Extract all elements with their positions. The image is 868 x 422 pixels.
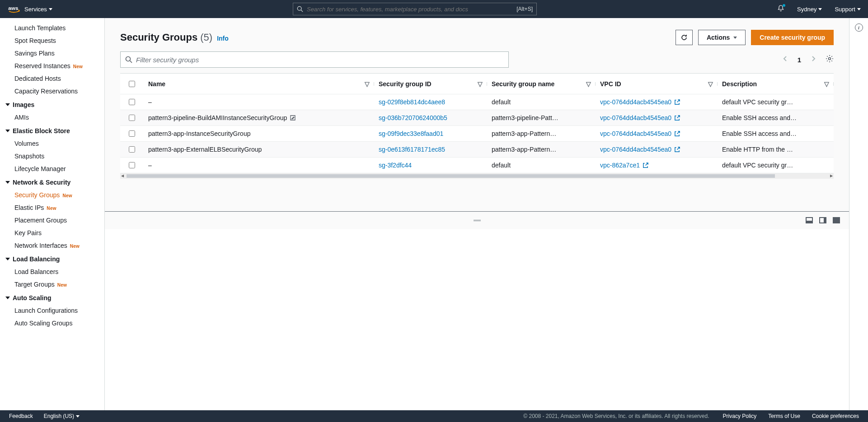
info-rail: i [849,18,868,410]
table-row[interactable]: pattern3-app-ExternalELBSecurityGroupsg-… [120,142,834,158]
sidebar-item[interactable]: AMIs [0,111,104,124]
sidebar-item[interactable]: Elastic IPsNew [0,201,104,214]
sgid-link[interactable]: sg-3f2dfc44 [379,162,412,169]
filter-input[interactable] [136,56,504,64]
vpc-link[interactable]: vpc-0764dd4acb4545ea0 [600,98,671,106]
sidebar-item[interactable]: Savings Plans [0,47,104,60]
triangle-down-icon [5,297,10,299]
edit-icon[interactable] [290,115,296,121]
sidebar-header-label: Network & Security [13,179,70,186]
sidebar-item[interactable]: Load Balancers [0,265,104,278]
language-label: English (US) [44,413,74,419]
global-search[interactable]: [Alt+S] [293,3,537,15]
sidebar-section-header[interactable]: Load Balancing [0,252,104,265]
panel-bottom-button[interactable] [806,217,813,223]
cell-name: pattern3-app-ExternalELBSecurityGroup [144,146,374,153]
sidebar-item-label: Security Groups [14,191,60,199]
sidebar-section-header[interactable]: Elastic Block Store [0,124,104,137]
vpc-link[interactable]: vpc-0764dd4acb4545ea0 [600,146,671,153]
sort-icon: ▽ [824,80,829,88]
panel-side-button[interactable] [819,217,826,223]
create-security-group-button[interactable]: Create security group [751,30,834,45]
sgid-link[interactable]: sg-09f9dec33e8faad01 [379,130,443,137]
services-menu[interactable]: Services [24,6,52,13]
sidebar-item[interactable]: Launch Templates [0,22,104,34]
sidebar-item[interactable]: Spot Requests [0,34,104,47]
row-checkbox[interactable] [129,115,135,121]
cell-name: pattern3-pipeline-BuildAMIInstanceSecuri… [144,114,374,121]
panel-full-button[interactable] [833,217,840,223]
svg-point-3 [126,57,131,61]
table-row[interactable]: –sg-029f8eb814dc4aee8defaultvpc-0764dd4a… [120,94,834,110]
sidebar-item[interactable]: Reserved InstancesNew [0,60,104,72]
sidebar-item[interactable]: Launch Configurations [0,304,104,317]
sidebar-item[interactable]: Security GroupsNew [0,189,104,201]
info-link[interactable]: Info [217,35,229,42]
scrollbar-thumb[interactable] [127,174,775,178]
vpc-link[interactable]: vpc-862a7ce1 [600,162,640,169]
horizontal-scrollbar[interactable]: ◀ ▶ [120,173,834,179]
support-menu[interactable]: Support [835,6,861,13]
col-header-sgid[interactable]: Security group ID▽ [374,80,487,88]
next-page-button[interactable] [811,56,816,64]
sidebar-item-label: Load Balancers [14,268,58,275]
row-checkbox[interactable] [129,146,135,153]
sidebar-item[interactable]: Snapshots [0,150,104,162]
col-header-name[interactable]: Name▽ [144,80,374,88]
global-search-input[interactable] [307,6,513,13]
row-checkbox[interactable] [129,130,135,137]
select-all-checkbox[interactable] [129,81,135,87]
cell-vpc: vpc-0764dd4acb4545ea0 [596,98,718,106]
cell-sgname: pattern3-app-Pattern… [487,146,596,153]
external-link-icon [674,115,680,121]
cookie-link[interactable]: Cookie preferences [812,413,859,419]
row-checkbox[interactable] [129,162,135,168]
security-groups-table: Name▽ Security group ID▽ Security group … [120,73,834,173]
sidebar-item[interactable]: Volumes [0,137,104,150]
col-header-vpc[interactable]: VPC ID▽ [596,80,718,88]
row-checkbox[interactable] [129,99,135,105]
info-icon[interactable]: i [855,23,863,32]
privacy-link[interactable]: Privacy Policy [723,413,757,419]
actions-button[interactable]: Actions [698,30,746,45]
table-row[interactable]: pattern3-app-InstanceSecurityGroupsg-09f… [120,126,834,142]
sidebar-item[interactable]: Key Pairs [0,227,104,239]
sidebar-item[interactable]: Placement Groups [0,214,104,227]
region-selector[interactable]: Sydney [797,6,822,13]
feedback-link[interactable]: Feedback [9,413,33,419]
sgid-link[interactable]: sg-029f8eb814dc4aee8 [379,98,445,106]
col-header-sgname[interactable]: Security group name▽ [487,80,596,88]
table-row[interactable]: pattern3-pipeline-BuildAMIInstanceSecuri… [120,110,834,126]
sidebar-item[interactable]: Lifecycle Manager [0,162,104,175]
caret-down-icon [76,415,80,417]
sidebar-section-header[interactable]: Auto Scaling [0,291,104,304]
sidebar-item[interactable]: Capacity Reservations [0,85,104,97]
sidebar-section-header[interactable]: Network & Security [0,175,104,189]
sidebar-item[interactable]: Auto Scaling Groups [0,317,104,329]
sgid-link[interactable]: sg-036b72070624000b5 [379,114,447,121]
cell-sgname: default [487,98,596,106]
top-navbar: aws Services [Alt+S] Sydney Support [0,0,868,18]
cell-vpc: vpc-862a7ce1 [596,162,718,169]
filter-input-wrap[interactable] [120,51,509,68]
sgid-link[interactable]: sg-0e613f6178171ec85 [379,146,445,153]
terms-link[interactable]: Terms of Use [768,413,800,419]
table-settings-button[interactable] [826,55,834,65]
sidebar-section-header[interactable]: Images [0,97,104,111]
cell-sgid: sg-09f9dec33e8faad01 [374,130,487,137]
sidebar-item[interactable]: Dedicated Hosts [0,72,104,85]
sidebar[interactable]: Launch TemplatesSpot RequestsSavings Pla… [0,18,105,410]
vpc-link[interactable]: vpc-0764dd4acb4545ea0 [600,130,671,137]
split-panel-bar[interactable] [105,211,849,229]
table-row[interactable]: –sg-3f2dfc44defaultvpc-862a7ce1 default … [120,158,834,173]
sidebar-item[interactable]: Target GroupsNew [0,278,104,291]
prev-page-button[interactable] [783,56,788,64]
sidebar-item[interactable]: Network InterfacesNew [0,239,104,252]
col-header-desc[interactable]: Description▽ [718,80,834,88]
language-selector[interactable]: English (US) [44,413,80,419]
notifications-button[interactable] [777,5,784,14]
vpc-link[interactable]: vpc-0764dd4acb4545ea0 [600,114,671,121]
aws-logo[interactable]: aws [7,5,24,14]
refresh-button[interactable] [676,30,693,45]
scroll-right-icon: ▶ [829,173,834,178]
